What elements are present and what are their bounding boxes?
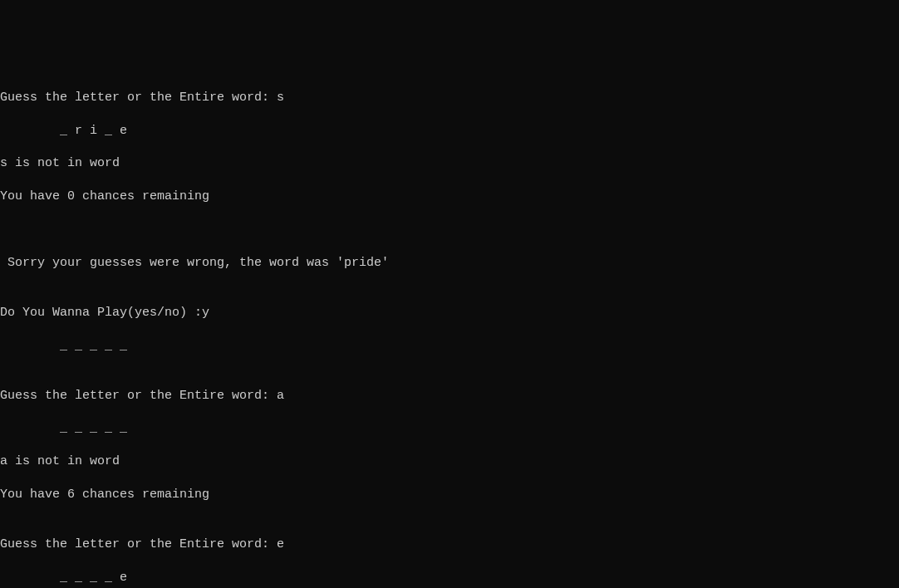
terminal-line: You have 6 chances remaining bbox=[0, 487, 899, 503]
terminal-line: Guess the letter or the Entire word: a bbox=[0, 388, 899, 404]
terminal-line: Do You Wanna Play(yes/no) :y bbox=[0, 305, 899, 321]
terminal-line: _ _ _ _ _ bbox=[0, 338, 899, 355]
terminal-line: Sorry your guesses were wrong, the word … bbox=[0, 255, 899, 272]
terminal-line: Guess the letter or the Entire word: e bbox=[0, 537, 899, 553]
terminal-output[interactable]: Guess the letter or the Entire word: s _… bbox=[0, 73, 899, 588]
terminal-line: _ _ _ _ e bbox=[0, 570, 899, 586]
terminal-line: _ r i _ e bbox=[0, 123, 899, 140]
terminal-line: You have 0 chances remaining bbox=[0, 189, 899, 205]
terminal-line: s is not in word bbox=[0, 155, 899, 172]
terminal-line: Guess the letter or the Entire word: s bbox=[0, 90, 899, 106]
terminal-line: a is not in word bbox=[0, 453, 899, 470]
terminal-line: _ _ _ _ _ bbox=[0, 420, 899, 437]
